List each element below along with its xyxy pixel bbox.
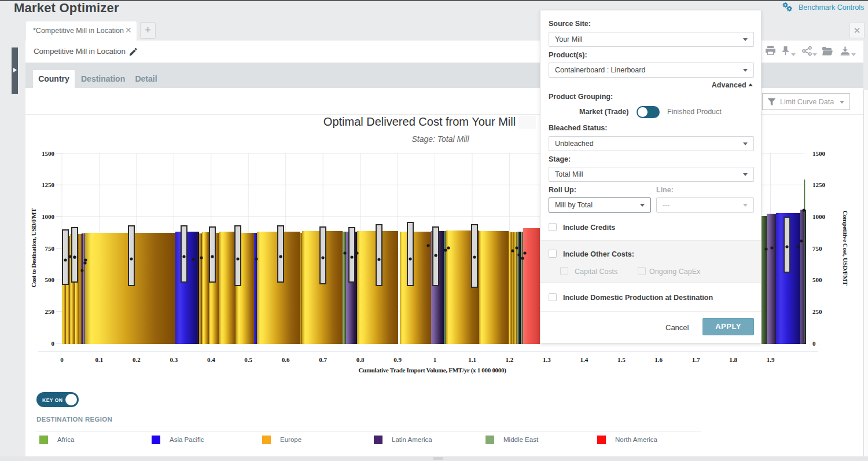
svg-text:500: 500 [812,276,822,283]
svg-text:1.2: 1.2 [506,356,514,363]
svg-text:1: 1 [433,356,437,363]
svg-text:500: 500 [45,276,55,283]
svg-text:750: 750 [45,245,55,252]
svg-text:0: 0 [812,340,816,347]
svg-text:0.6: 0.6 [282,356,290,363]
svg-text:1000: 1000 [812,213,826,220]
svg-text:1000: 1000 [42,213,55,220]
svg-text:1500: 1500 [42,150,55,157]
svg-text:1.4: 1.4 [580,356,588,363]
svg-text:0.9: 0.9 [393,356,402,363]
svg-text:1.7: 1.7 [692,356,700,363]
svg-text:1.9: 1.9 [767,356,775,363]
svg-text:Competitive Cost, USD/FMT: Competitive Cost, USD/FMT [842,210,849,286]
svg-text:1250: 1250 [42,181,55,188]
svg-text:250: 250 [812,308,822,315]
svg-text:0.5: 0.5 [244,356,252,363]
svg-text:1.1: 1.1 [468,356,476,363]
svg-text:Cumulative Trade Import Volume: Cumulative Trade Import Volume, FMT/yr (… [358,367,506,374]
svg-text:0.4: 0.4 [207,356,215,363]
svg-text:0: 0 [52,340,55,347]
svg-text:1.8: 1.8 [729,356,737,363]
svg-text:0.2: 0.2 [133,356,141,363]
svg-text:750: 750 [812,245,822,252]
svg-text:1250: 1250 [812,181,826,188]
svg-text:0.8: 0.8 [356,356,365,363]
svg-text:1500: 1500 [812,150,826,157]
svg-text:0: 0 [60,356,64,363]
svg-text:1.3: 1.3 [543,356,551,363]
svg-text:1.6: 1.6 [654,356,663,363]
svg-text:0.3: 0.3 [170,356,178,363]
svg-text:Cost to Destination, USD/FMT: Cost to Destination, USD/FMT [30,208,37,287]
svg-text:0.1: 0.1 [95,356,104,363]
svg-text:0.7: 0.7 [319,356,327,363]
svg-text:1.5: 1.5 [617,356,626,363]
svg-text:250: 250 [45,308,55,315]
